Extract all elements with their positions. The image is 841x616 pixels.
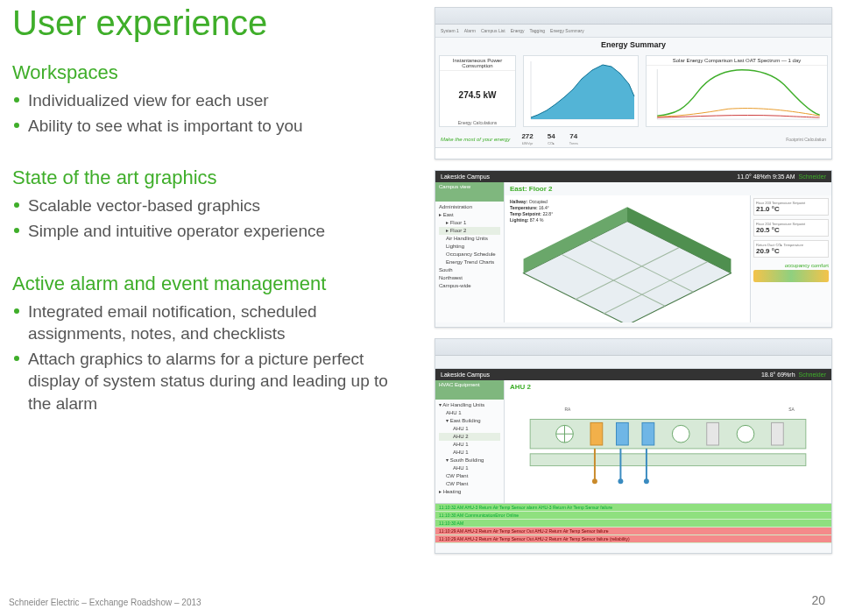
text-column: Workspaces Individualized view for each … [12,61,406,445]
tree-item: Campus-wide [439,282,500,290]
tree-item: AHU 1 [439,449,500,457]
widget-readout: Floor 203 Temperature Setpoint 21.0 °C [753,198,829,216]
svg-point-24 [592,478,597,484]
tab: Campus List [481,28,505,33]
main-header: East: Floor 2 [505,182,831,195]
bullet: Individualized view for each user [12,89,406,112]
calc-label: Energy Calculations [440,119,515,126]
tree-item: ▸ East [439,211,500,219]
tree-item: South [439,266,500,274]
isometric-floorplan: Hallway: Occupied Temperature: 16.4° Tem… [505,195,750,322]
tree-item-selected: AHU 2 [439,433,500,441]
svg-rect-20 [772,422,784,445]
alarm-row: 11:10:32 AM AHU-3 Return Air Temp Sensor… [435,504,831,512]
tree-item: Administration [439,203,500,211]
tree-item: ▾ East Building [439,417,500,425]
tree-item: AHU 1 [439,409,500,417]
grid-placeholder [435,147,831,159]
occupancy-label: occupancy comfort [753,263,829,268]
bullet: Simple and intuitive operator experience [12,220,406,243]
tree-item: ▸ Heating [439,488,500,496]
footprint-label: Footprint Calculation [786,137,826,142]
footer-text: Schneider Electric – Exchange Roadshow –… [9,598,201,607]
alarm-row: 11:10:29 AM AHU-2 Return Air Temp Sensor… [435,535,831,543]
brand: Schneider [798,173,826,180]
svg-point-26 [644,478,649,484]
window-titlebar [435,339,831,356]
tab: Energy [511,28,525,33]
tree-item: AHU 1 [439,464,500,472]
card-title: Solar Energy Comparison Last OAT Spectru… [647,56,827,66]
tree-item: ▾ Air Handling Units [439,401,500,409]
tab: Tagging [530,28,546,33]
svg-rect-14 [590,422,603,445]
stat: 74Trees [569,132,578,145]
stat: 272kWh/yr [521,132,533,145]
main-header: AHU 2 [505,380,831,393]
app-title: Lakeside Campus [441,372,490,378]
section-heading: State of the art graphics [12,166,406,189]
svg-marker-4 [524,221,731,322]
alarm-row: 11:10:30 AM [435,520,831,527]
area-chart [524,56,638,126]
tree-item: ▸ Floor 1 [439,219,500,227]
widget-readout: Floor 204 Temperature Setpoint 20.5 °C [753,219,829,237]
card-title: Instantaneous Power Consumption [440,56,515,71]
sidebar: Campus view Administration ▸ East ▸ Floo… [435,182,505,322]
alarm-list: 11:10:32 AM AHU-3 Return Air Temp Sensor… [435,503,831,543]
widget-readout: Return Duct CO₂ Temperature 20.9 °C [753,240,829,258]
meter-value: 274.5 kW [440,71,515,119]
panel-title: Energy Summary [435,38,831,52]
tree-item: Lighting [439,243,500,251]
bullet: Ability to see what is important to you [12,115,406,138]
svg-text:RA: RA [565,407,572,412]
tagline: Make the most of your energy [441,137,510,142]
right-panel: Floor 203 Temperature Setpoint 21.0 °C F… [750,195,831,322]
svg-text:SA: SA [788,407,795,412]
bullet: Attach graphics to alarms for a picture … [12,348,406,415]
svg-rect-15 [617,422,629,445]
hvac-diagram: AHU 2 [505,380,831,503]
svg-point-25 [618,478,623,484]
screenshot-column: System 1 Alarm Campus List Energy Taggin… [435,7,832,564]
tree-item: ▾ South Building [439,457,500,464]
section-heading: Active alarm and event management [12,273,406,295]
tree-item: CW Plant [439,472,500,480]
svg-point-17 [672,425,689,443]
tree-item: Air Handling Units [439,235,500,243]
stat: 54CO₂ [548,132,555,145]
sidebar-header: HVAC Equipment [435,380,504,400]
tree-item: CW Plant [439,480,500,488]
sidebar: HVAC Equipment ▾ Air Handling Units AHU … [435,380,505,503]
sidebar-header: Campus view [435,182,504,202]
svg-rect-16 [642,422,654,445]
info-panel: Hallway: Occupied Temperature: 16.4° Tem… [510,199,553,223]
tree-item: AHU 1 [439,425,500,433]
screenshot-lakeside-floor: Lakeside Campus 11.0° 48%rh 9:35 AM Schn… [435,170,832,328]
window-titlebar [435,8,831,25]
alarm-row: 11:10:29 AM AHU-2 Return Air Temp Sensor… [435,527,831,535]
screenshot-energy-summary: System 1 Alarm Campus List Energy Taggin… [435,7,832,159]
brand: Schneider [798,372,826,378]
app-title: Lakeside Campus [441,173,490,180]
bullet: Integrated email notification, scheduled… [12,301,406,345]
tree-item: Northwest [439,274,500,282]
svg-rect-18 [707,422,719,445]
line-chart [647,66,827,126]
comfort-bar [753,270,829,282]
section-heading: Workspaces [12,61,406,84]
bullet: Scalable vector-based graphics [12,195,406,217]
page-number: 20 [811,593,825,607]
tab: Alarm [464,28,476,33]
screenshot-hvac-alarms: Lakeside Campus 18.8° 69%rh Schneider HV… [435,338,832,554]
tree-item: Occupancy Schedule [439,251,500,258]
toolbar [435,356,831,369]
svg-rect-12 [530,454,806,466]
status-readout: 18.8° 69%rh [761,372,795,378]
svg-point-19 [737,425,754,443]
slide-title: User experience [12,4,267,43]
tree-item-selected: ▸ Floor 2 [439,227,500,235]
alarm-row: 11:10:30 AM CommunicationError Online [435,512,831,520]
tab: Energy Summary [550,28,584,33]
tab: System 1 [441,28,459,33]
